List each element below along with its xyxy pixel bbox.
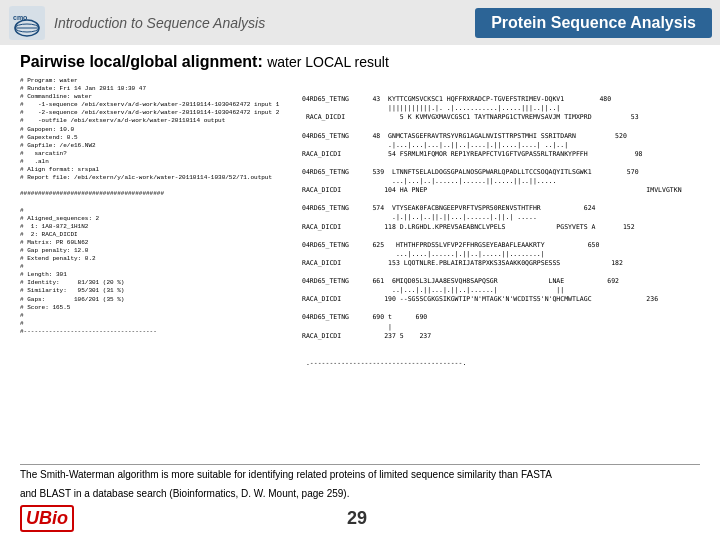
page-title-text: Pairwise local/global alignment: [20,53,263,70]
header-left: cmo Introduction to Sequence Analysis [8,5,265,41]
svg-rect-0 [9,6,45,40]
footer-bottom: UBio 29 [20,505,700,532]
header-subtitle: Introduction to Sequence Analysis [54,15,265,31]
page-subtitle: water LOCAL result [267,54,389,70]
main-content: Pairwise local/global alignment: water L… [0,45,720,390]
page-number: 29 [74,508,640,529]
footer: The Smith-Waterman algorithm is more sui… [20,462,700,532]
program-output: # Program: water # Rundate: Fri 14 Jan 2… [20,77,290,336]
ubio-logo: UBio [20,505,74,532]
cmo-logo-icon: cmo [9,6,45,40]
footer-text-line1: The Smith-Waterman algorithm is more sui… [20,467,700,482]
page-title: Pairwise local/global alignment: water L… [20,53,700,71]
alignment-panel: 04RD65_TETNG 43 KYTTCGMSVCKSC1 HQFFRXRAD… [302,77,700,386]
alignment-output: 04RD65_TETNG 43 KYTTCGMSVCKSC1 HQFFRXRAD… [302,95,700,368]
header-title: Protein Sequence Analysis [475,8,712,38]
footer-divider [20,464,700,465]
left-panel: # Program: water # Rundate: Fri 14 Jan 2… [20,77,290,386]
logo-box: cmo [8,5,46,41]
header: cmo Introduction to Sequence Analysis Pr… [0,0,720,45]
footer-text-line2: and BLAST in a database search (Bioinfor… [20,486,700,501]
content-area: # Program: water # Rundate: Fri 14 Jan 2… [20,77,700,386]
